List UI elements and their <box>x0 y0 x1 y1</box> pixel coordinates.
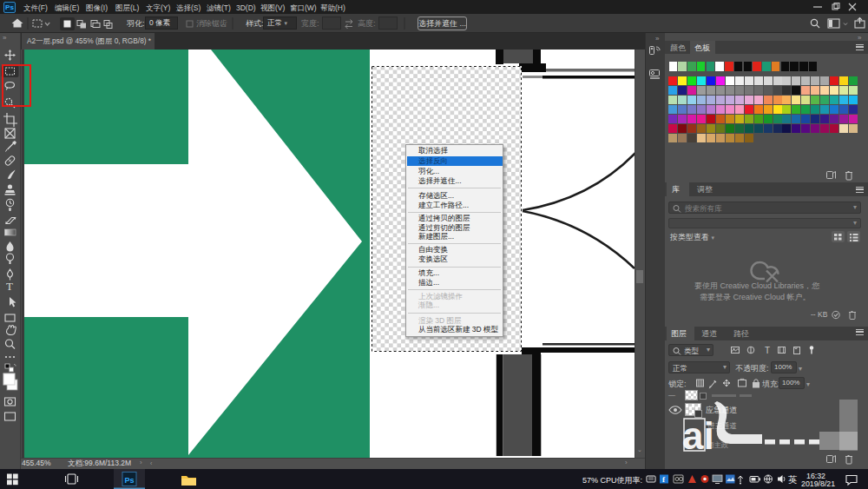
svg-text:T: T <box>765 346 770 355</box>
svg-text:英: 英 <box>788 474 798 485</box>
svg-text:57% CPU使用率:: 57% CPU使用率: <box>582 476 642 485</box>
svg-text:T: T <box>6 280 13 293</box>
svg-text:Ps: Ps <box>125 476 135 485</box>
svg-text:16:32: 16:32 <box>806 472 825 480</box>
svg-text:2019/8/21: 2019/8/21 <box>801 479 835 488</box>
